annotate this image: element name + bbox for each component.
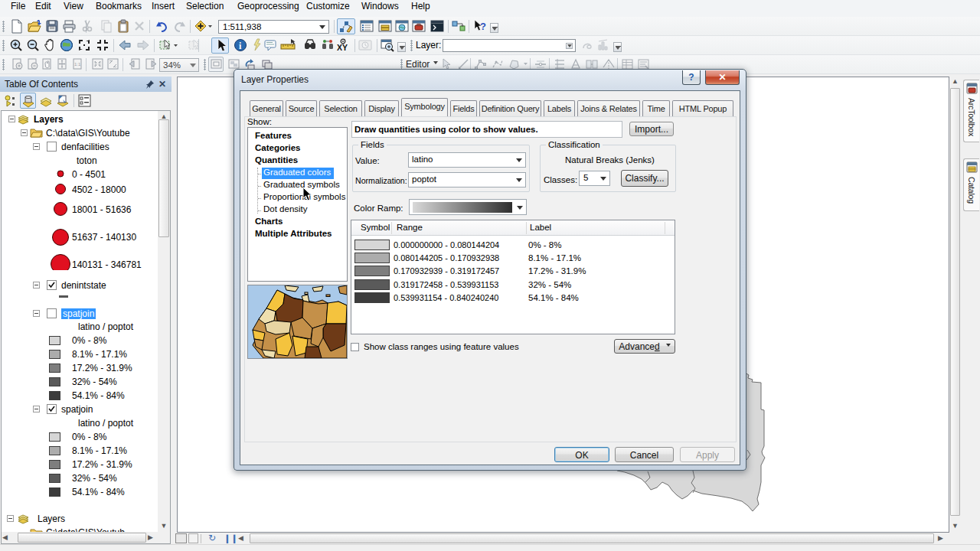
- svg-text:XY: XY: [337, 43, 348, 52]
- svg-text:?: ?: [480, 21, 486, 32]
- svg-text:1:1: 1:1: [74, 62, 81, 67]
